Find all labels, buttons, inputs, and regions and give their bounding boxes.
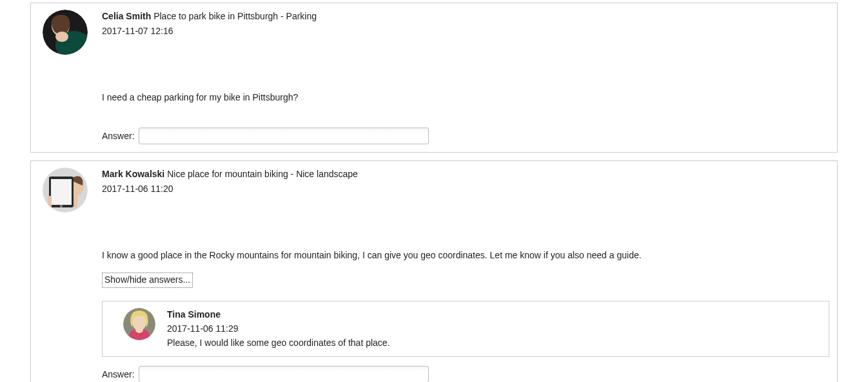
answer-input[interactable]: [139, 128, 429, 144]
forum-post: Mark Kowalski Nice place for mountain bi…: [30, 160, 838, 382]
posts-container: Celia Smith Place to park bike in Pittsb…: [30, 3, 838, 382]
post-title-line: Celia Smith Place to park bike in Pittsb…: [102, 10, 829, 23]
post-subject: Place to park bike in Pittsburgh - Parki…: [153, 11, 317, 21]
answer-label: Answer:: [102, 131, 135, 141]
answer-item: Tina Simone 2017-11-06 11:29 Please, I w…: [102, 301, 829, 357]
post-title-line: Mark Kowalski Nice place for mountain bi…: [102, 167, 829, 181]
answer-text: Please, I would like some geo coordinate…: [167, 336, 822, 350]
answer-label: Answer:: [102, 369, 135, 379]
answers-list: Tina Simone 2017-11-06 11:29 Please, I w…: [102, 301, 829, 357]
post-content: Mark Kowalski Nice place for mountain bi…: [102, 167, 829, 196]
avatar: [123, 308, 155, 340]
author-name: Celia Smith: [102, 11, 151, 21]
author-name: Mark Kowalski: [102, 169, 164, 179]
svg-rect-11: [74, 196, 77, 207]
avatar: [43, 167, 88, 213]
answer-row: Answer:: [102, 366, 829, 382]
svg-rect-12: [48, 196, 52, 207]
svg-point-17: [135, 327, 143, 333]
post-body-wrapper: I know a good place in the Rocky mountai…: [102, 249, 829, 382]
post-body: I need a cheap parking for my bike in Pi…: [102, 91, 829, 104]
post-header: Mark Kowalski Nice place for mountain bi…: [39, 167, 829, 213]
svg-point-4: [55, 32, 68, 42]
post-body: I know a good place in the Rocky mountai…: [102, 249, 829, 262]
svg-point-10: [60, 205, 63, 207]
post-date: 2017-11-07 12:16: [102, 24, 829, 38]
svg-rect-9: [51, 179, 72, 205]
post-content: Celia Smith Place to park bike in Pittsb…: [102, 10, 829, 38]
post-subject: Nice place for mountain biking - Nice la…: [167, 169, 358, 179]
answer-content: Tina Simone 2017-11-06 11:29 Please, I w…: [167, 308, 822, 350]
toggle-answers-button[interactable]: Show/hide answers...: [102, 272, 193, 288]
answer-input[interactable]: [139, 366, 429, 382]
answer-author: Tina Simone: [167, 308, 822, 321]
forum-post: Celia Smith Place to park bike in Pittsb…: [30, 3, 838, 153]
post-date: 2017-11-06 11:20: [102, 182, 829, 196]
answer-row: Answer:: [102, 128, 829, 144]
post-header: Celia Smith Place to park bike in Pittsb…: [39, 10, 829, 55]
avatar: [43, 10, 88, 55]
post-body-wrapper: I need a cheap parking for my bike in Pi…: [102, 91, 829, 144]
answer-date: 2017-11-06 11:29: [167, 322, 822, 336]
